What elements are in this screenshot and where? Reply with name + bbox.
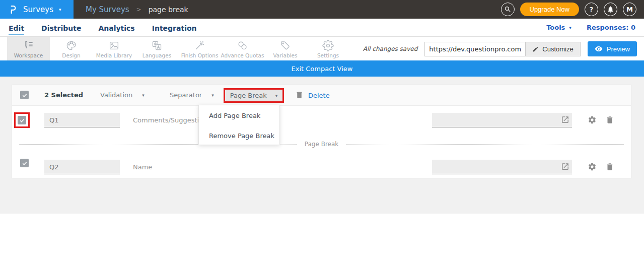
gear-icon <box>322 40 334 51</box>
check-icon <box>19 117 25 123</box>
chevron-down-icon: ▾ <box>275 93 278 98</box>
q2-checkbox[interactable] <box>20 159 29 167</box>
q1-checkbox[interactable] <box>18 116 26 124</box>
open-in-new-icon[interactable] <box>561 115 569 126</box>
trash-icon <box>295 91 304 99</box>
toolbar-tab-advance-quotas[interactable]: Advance Quotas <box>221 37 264 60</box>
palette-icon <box>65 40 77 51</box>
q1-delete-button[interactable] <box>605 115 614 126</box>
image-icon <box>108 40 120 51</box>
top-bar: Surveys ▾ My Surveys > page break Upgrad… <box>0 0 644 19</box>
survey-url-input[interactable] <box>424 42 526 56</box>
trash-icon <box>605 162 614 171</box>
q2-answer-field[interactable] <box>432 160 572 174</box>
page-break-divider: Page Break <box>19 135 624 153</box>
workspace-icon <box>23 40 34 51</box>
tab-analytics[interactable]: Analytics <box>98 21 134 35</box>
exit-compact-view-banner[interactable]: Exit Compact View <box>0 60 644 77</box>
bulk-selection-bar: 2 Selected Validation ▾ Separator ▾ Page… <box>12 85 631 106</box>
separator-dropdown[interactable]: Separator ▾ <box>170 91 214 99</box>
workspace-toolbar: Workspace Design Media Library Languages… <box>0 37 644 60</box>
toolbar-tab-languages[interactable]: Languages <box>135 37 178 60</box>
delete-label[interactable]: Delete <box>308 92 330 99</box>
selected-count-label: 2 Selected <box>44 91 83 99</box>
q2-settings-button[interactable] <box>588 162 597 173</box>
q2-delete-button[interactable] <box>605 162 614 173</box>
toolbar-tab-settings[interactable]: Settings <box>307 37 349 60</box>
help-button[interactable]: ? <box>585 3 598 16</box>
toolbar-tab-finish-options[interactable]: Finish Options <box>178 37 221 60</box>
questionpro-logo-icon <box>8 4 19 15</box>
chevron-down-icon: ▾ <box>59 7 61 12</box>
toolbar-tab-variables[interactable]: Variables <box>264 37 307 60</box>
page-break-dropdown[interactable]: Page Break ▾ <box>224 88 284 103</box>
survey-nav-row: Edit Distribute Analytics Integration To… <box>0 19 644 37</box>
save-status: All changes saved <box>363 45 418 52</box>
q2-code-input[interactable] <box>44 160 120 174</box>
pencil-icon <box>532 46 539 52</box>
q1-checkbox-highlight <box>14 112 30 128</box>
question-row-q2: Name <box>12 153 631 178</box>
questions-card: 2 Selected Validation ▾ Separator ▾ Page… <box>12 85 631 178</box>
questionpro-survey-editor: Surveys ▾ My Surveys > page break Upgrad… <box>0 0 644 261</box>
gear-icon <box>588 162 597 171</box>
product-label: Surveys <box>23 5 53 14</box>
q1-code-input[interactable] <box>44 113 120 127</box>
upgrade-now-button[interactable]: Upgrade Now <box>520 3 580 16</box>
preview-button[interactable]: Preview <box>588 41 637 56</box>
toolbar-tab-workspace[interactable]: Workspace <box>7 37 50 60</box>
breadcrumb-my-surveys[interactable]: My Surveys <box>86 5 129 14</box>
select-all-checkbox[interactable] <box>20 91 29 99</box>
notifications-button[interactable] <box>604 3 617 16</box>
page-break-divider-label: Page Break <box>305 141 338 148</box>
responses-count[interactable]: Responses: 0 <box>587 24 635 31</box>
breadcrumb: My Surveys > page break <box>86 5 188 14</box>
q1-settings-button[interactable] <box>588 115 597 126</box>
tools-dropdown[interactable]: Tools ▾ <box>546 24 571 31</box>
menu-item-add-page-break[interactable]: Add Page Break <box>199 105 279 125</box>
user-avatar[interactable]: M <box>623 3 636 16</box>
customize-button[interactable]: Customize <box>526 42 580 56</box>
bell-icon <box>607 6 614 13</box>
q2-title: Name <box>133 163 152 171</box>
validation-dropdown[interactable]: Validation ▾ <box>100 91 145 99</box>
surveys-product-menu[interactable]: Surveys ▾ <box>0 0 74 19</box>
check-icon <box>22 92 28 98</box>
breadcrumb-survey-name: page break <box>149 6 188 14</box>
translate-icon <box>151 40 163 51</box>
menu-item-remove-page-break[interactable]: Remove Page Break <box>199 125 279 146</box>
trash-icon <box>605 115 614 124</box>
question-row-q1: Comments/Suggestions: <box>12 106 631 135</box>
topbar-actions: Upgrade Now ? M <box>501 3 644 16</box>
survey-nav-tabs: Edit Distribute Analytics Integration <box>9 21 197 35</box>
toolbar-tab-media-library[interactable]: Media Library <box>93 37 135 60</box>
chevron-down-icon: ▾ <box>211 93 214 98</box>
tag-icon <box>279 40 291 51</box>
toolbar-tab-design[interactable]: Design <box>50 37 93 60</box>
page-break-menu: Add Page Break Remove Page Break <box>198 105 280 145</box>
open-in-new-icon[interactable] <box>561 162 569 173</box>
breadcrumb-separator: > <box>136 6 141 13</box>
gear-icon <box>588 115 597 124</box>
chevron-down-icon: ▾ <box>142 93 145 98</box>
search-button[interactable] <box>501 3 515 16</box>
eye-icon <box>595 45 603 53</box>
chevron-down-icon: ▾ <box>569 25 571 30</box>
tab-distribute[interactable]: Distribute <box>41 21 81 35</box>
question-mark-icon: ? <box>590 6 594 13</box>
check-icon <box>22 160 28 166</box>
tab-integration[interactable]: Integration <box>152 21 197 35</box>
q1-answer-field[interactable] <box>432 113 572 127</box>
search-icon <box>504 6 512 13</box>
tab-edit[interactable]: Edit <box>9 21 24 35</box>
bulk-delete-button[interactable] <box>295 91 304 101</box>
wand-icon <box>194 40 205 51</box>
chain-link-icon <box>237 40 248 51</box>
